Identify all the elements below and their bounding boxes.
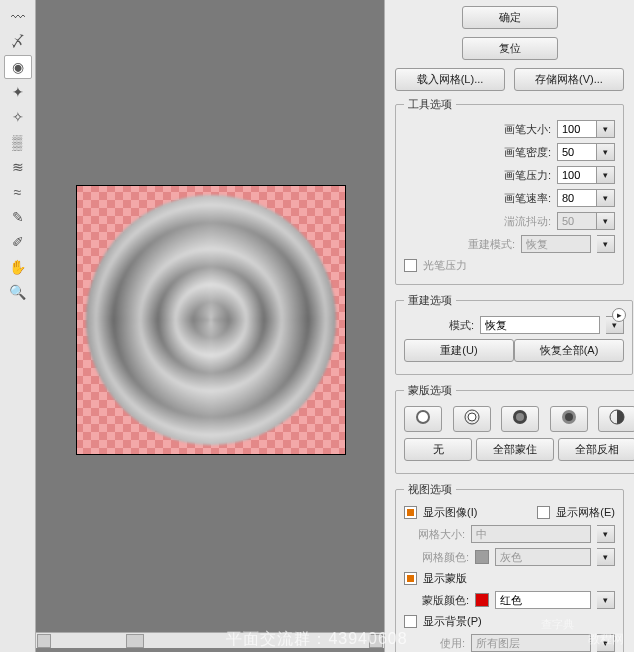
show-mask-checkbox[interactable] xyxy=(404,572,417,585)
mask-color-dd[interactable]: ▾ xyxy=(597,591,615,609)
rebuild-mode-select xyxy=(521,235,591,253)
watermark-1: 查字典 xyxy=(541,617,574,632)
brush-rate-label: 画笔速率: xyxy=(504,191,551,206)
swirl-preview xyxy=(86,195,336,445)
mode-label: 模式: xyxy=(449,318,474,333)
stylus-checkbox xyxy=(404,259,417,272)
ok-button[interactable]: 确定 xyxy=(462,6,558,29)
grid-size-dd: ▾ xyxy=(597,525,615,543)
scroll-thumb[interactable] xyxy=(126,634,144,648)
reset-button[interactable]: 复位 xyxy=(462,37,558,60)
show-bg-checkbox[interactable] xyxy=(404,615,417,628)
grid-color-label: 网格颜色: xyxy=(422,550,469,565)
mask-invert-button[interactable] xyxy=(598,406,634,432)
mask-none-button[interactable]: 无 xyxy=(404,438,472,461)
tool-pucker-icon[interactable]: ✦ xyxy=(4,80,32,104)
mask-invertall-button[interactable]: 全部反相 xyxy=(558,438,634,461)
turb-jitter-input xyxy=(557,212,597,230)
use-select xyxy=(471,634,591,652)
mask-intersect-button[interactable] xyxy=(550,406,588,432)
rebuild-button[interactable]: 重建(U) xyxy=(404,339,514,362)
rebuild-mode-label: 重建模式: xyxy=(468,237,515,252)
preview-canvas[interactable] xyxy=(76,185,346,455)
turb-jitter-label: 湍流抖动: xyxy=(504,214,551,229)
restore-all-button[interactable]: 恢复全部(A) xyxy=(514,339,624,362)
brush-density-label: 画笔密度: xyxy=(504,145,551,160)
brush-rate-dd[interactable]: ▾ xyxy=(597,189,615,207)
mask-color-label: 蒙版颜色: xyxy=(422,593,469,608)
show-grid-checkbox[interactable] xyxy=(537,506,550,519)
rebuild-options-legend: 重建选项 xyxy=(404,293,456,308)
brush-density-dd[interactable]: ▾ xyxy=(597,143,615,161)
tool-thaw-icon[interactable]: ✐ xyxy=(4,230,32,254)
tool-options-group: 工具选项 画笔大小: ▾ 画笔密度: ▾ 画笔压力: ▾ 画笔速率: xyxy=(395,97,624,285)
brush-pressure-input[interactable] xyxy=(557,166,597,184)
grid-color-select xyxy=(495,548,591,566)
mask-replace-button[interactable] xyxy=(404,406,442,432)
tool-recon-icon[interactable]: 〆 xyxy=(4,30,32,54)
show-image-checkbox[interactable] xyxy=(404,506,417,519)
grid-size-select xyxy=(471,525,591,543)
scroll-left-icon[interactable] xyxy=(37,634,51,648)
show-image-label: 显示图像(I) xyxy=(423,505,477,520)
footer-text: 平面交流群：43940608 xyxy=(226,629,407,650)
expand-icon[interactable]: ▸ xyxy=(612,308,626,322)
tool-pushleft-icon[interactable]: ▒ xyxy=(4,130,32,154)
brush-size-label: 画笔大小: xyxy=(504,122,551,137)
tool-twirl-icon[interactable]: ◉ xyxy=(4,55,32,79)
turb-jitter-dd: ▾ xyxy=(597,212,615,230)
grid-color-dd: ▾ xyxy=(597,548,615,566)
load-grid-button[interactable]: 载入网格(L)... xyxy=(395,68,505,91)
brush-size-dd[interactable]: ▾ xyxy=(597,120,615,138)
show-mask-label: 显示蒙版 xyxy=(423,571,467,586)
save-grid-button[interactable]: 存储网格(V)... xyxy=(514,68,624,91)
mask-subtract-button[interactable] xyxy=(501,406,539,432)
rebuild-options-group: 重建选项 ▸ 模式: ▾ 重建(U) 恢复全部(A) xyxy=(395,293,633,375)
grid-color-swatch xyxy=(475,550,489,564)
tool-warp-icon[interactable]: 〰 xyxy=(4,5,32,29)
tool-freeze-icon[interactable]: ✎ xyxy=(4,205,32,229)
svg-point-5 xyxy=(516,413,524,421)
tool-hand-icon[interactable]: ✋ xyxy=(4,255,32,279)
brush-pressure-dd[interactable]: ▾ xyxy=(597,166,615,184)
view-options-legend: 视图选项 xyxy=(404,482,456,497)
mask-options-legend: 蒙版选项 xyxy=(404,383,456,398)
brush-size-input[interactable] xyxy=(557,120,597,138)
show-grid-label: 显示网格(E) xyxy=(556,505,615,520)
brush-rate-input[interactable] xyxy=(557,189,597,207)
tool-toolbar: 〰 〆 ◉ ✦ ✧ ▒ ≋ ≈ ✎ ✐ ✋ 🔍 xyxy=(0,0,36,652)
watermark-2: 教程网 xyxy=(588,631,624,648)
tool-mirror-icon[interactable]: ≋ xyxy=(4,155,32,179)
use-label: 使用: xyxy=(440,636,465,651)
mask-options-group: 蒙版选项 无 全部蒙住 全部反相 xyxy=(395,383,634,474)
options-panel: 确定 复位 载入网格(L)... 存储网格(V)... 工具选项 画笔大小: ▾… xyxy=(384,0,634,652)
mask-color-select[interactable] xyxy=(495,591,591,609)
mask-all-button[interactable]: 全部蒙住 xyxy=(476,438,554,461)
mask-add-button[interactable] xyxy=(453,406,491,432)
brush-density-input[interactable] xyxy=(557,143,597,161)
tool-zoom-icon[interactable]: 🔍 xyxy=(4,280,32,304)
tool-options-legend: 工具选项 xyxy=(404,97,456,112)
preview-area xyxy=(36,0,384,632)
tool-bloat-icon[interactable]: ✧ xyxy=(4,105,32,129)
stylus-label: 光笔压力 xyxy=(423,258,467,273)
mode-select[interactable] xyxy=(480,316,600,334)
brush-pressure-label: 画笔压力: xyxy=(504,168,551,183)
rebuild-mode-dd: ▾ xyxy=(597,235,615,253)
tool-turbulence-icon[interactable]: ≈ xyxy=(4,180,32,204)
svg-point-7 xyxy=(565,413,573,421)
show-bg-label: 显示背景(P) xyxy=(423,614,482,629)
svg-point-1 xyxy=(418,412,428,422)
mask-color-swatch xyxy=(475,593,489,607)
view-options-group: 视图选项 显示图像(I) 显示网格(E) 网格大小: ▾ 网格颜色: ▾ 显示蒙… xyxy=(395,482,624,652)
svg-point-3 xyxy=(468,413,476,421)
grid-size-label: 网格大小: xyxy=(418,527,465,542)
